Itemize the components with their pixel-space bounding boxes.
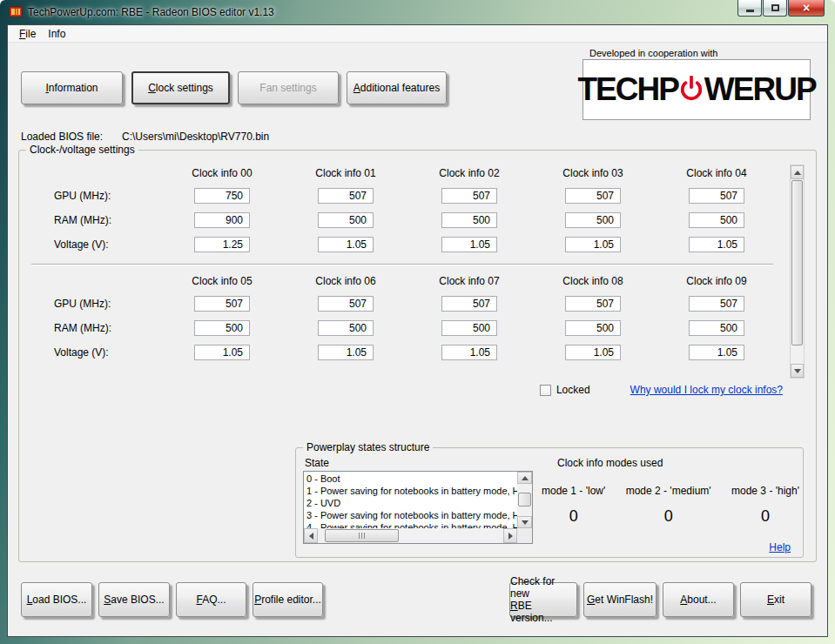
gpu-mhz-input[interactable] [441,296,497,312]
gpu-mhz-input[interactable] [565,296,621,312]
load-bios-button[interactable]: Load BIOS... [21,582,92,617]
clock-info-header-02: Clock info 02 [407,167,531,179]
faq-label: FAQ... [196,594,226,606]
powerplay-state-listbox[interactable]: 0 - Boot 1 - Power saving for notebooks … [303,471,533,544]
ram-mhz-input[interactable] [441,320,497,336]
faq-button[interactable]: FAQ... [176,582,246,617]
gpu-mhz-input[interactable] [194,296,250,312]
locked-checkbox-row: Locked [540,384,590,396]
powerplay-group-title: Powerplay states structure [303,441,433,453]
state-list-item[interactable]: 4 - Power saving for notebooks in batter… [305,521,517,528]
voltage-input[interactable] [194,237,250,252]
app-window: TechPowerUp.com: RBE - Radeon BIOS edito… [0,0,835,644]
tab-additional-features[interactable]: Additional features [347,71,447,104]
voltage-row-label: Voltage (V): [23,238,160,251]
voltage-input[interactable] [441,237,497,252]
ram-mhz-input[interactable] [318,212,374,228]
tab-information[interactable]: Information [21,71,123,104]
state-list-item[interactable]: 2 - UVD [305,497,517,509]
close-button[interactable]: × [788,0,825,17]
help-link[interactable]: Help [769,541,791,553]
scroll-up-button[interactable] [791,165,804,179]
scroll-track[interactable] [318,528,503,543]
scroll-left-button[interactable] [304,528,318,543]
voltage-input[interactable] [194,345,250,360]
maximize-button[interactable] [763,0,787,17]
scroll-right-button[interactable] [503,528,517,543]
voltage-row-label: Voltage (V): [23,346,160,359]
ram-mhz-input[interactable] [441,212,497,228]
gpu-mhz-input[interactable] [565,188,621,204]
gpu-mhz-input[interactable] [441,188,497,204]
exit-label: Exit [767,594,784,606]
voltage-input[interactable] [565,237,621,252]
titlebar[interactable]: TechPowerUp.com: RBE - Radeon BIOS edito… [0,0,835,24]
voltage-input[interactable] [689,345,744,360]
scrollbar-corner [517,528,532,543]
gpu-mhz-input[interactable] [689,296,744,312]
scroll-down-button[interactable] [517,516,532,528]
ram-mhz-input[interactable] [689,212,744,228]
grip-icon [359,533,366,539]
locked-checkbox[interactable] [540,385,551,396]
voltage-input[interactable] [441,345,497,360]
scroll-track[interactable] [791,179,804,364]
state-list-vscrollbar[interactable] [517,472,532,528]
voltage-input[interactable] [318,237,374,252]
ram-mhz-input[interactable] [194,212,250,228]
state-list-item[interactable]: 1 - Power saving for notebooks in batter… [305,485,517,497]
ram-mhz-input[interactable] [565,320,621,336]
clock-info-header-01: Clock info 01 [284,167,407,179]
clock-info-header-03: Clock info 03 [531,167,655,179]
about-label: About... [680,594,716,606]
app-icon[interactable] [9,5,23,19]
ram-mhz-input[interactable] [318,320,374,336]
powerplay-groupbox: Powerplay states structure State 0 - Boo… [295,447,804,558]
ram-mhz-input[interactable] [194,320,250,336]
voltage-input[interactable] [565,345,621,360]
lock-info-link[interactable]: Why would I lock my clock infos? [630,384,783,396]
menu-info[interactable]: Info [42,26,71,42]
clock-info-modes-title: Clock info modes used [557,457,663,469]
clock-info-scrollbar[interactable] [790,164,805,379]
scroll-up-button[interactable] [517,472,532,484]
about-button[interactable]: About... [663,582,734,617]
clock-info-header-06: Clock info 06 [284,275,407,287]
gpu-mhz-input[interactable] [318,296,374,312]
gpu-mhz-input[interactable] [689,188,744,204]
minimize-button[interactable] [737,0,762,17]
locked-label[interactable]: Locked [556,384,590,396]
arrow-up-icon [522,476,529,480]
state-label: State [305,457,329,469]
mode-2-label: mode 2 - 'medium' [626,485,711,497]
scroll-thumb[interactable] [518,493,531,506]
check-version-button[interactable]: Check for new RBE version... [509,582,577,617]
power-icon [679,76,704,104]
save-bios-button[interactable]: Save BIOS... [98,582,170,617]
gpu-mhz-input[interactable] [318,188,374,204]
arrow-right-icon [508,533,513,540]
scroll-thumb[interactable] [325,529,399,542]
loaded-bios-label: Loaded BIOS file: [21,131,103,143]
voltage-input[interactable] [318,345,374,360]
clock-info-header-00: Clock info 00 [160,167,284,179]
state-list-item[interactable]: 3 - Power saving for notebooks in batter… [305,509,517,521]
state-list-hscrollbar[interactable] [304,528,517,543]
menu-file[interactable]: File [13,26,42,42]
scroll-down-button[interactable] [791,364,804,378]
state-list-item[interactable]: 0 - Boot [305,473,517,485]
mode-1-label: mode 1 - 'low' [542,485,605,497]
ram-mhz-input[interactable] [689,320,744,336]
get-winflash-button[interactable]: Get WinFlash! [583,582,657,617]
tab-clock-settings[interactable]: Clock settings [131,71,230,104]
exit-button[interactable]: Exit [740,582,811,617]
voltage-input[interactable] [689,237,744,252]
scroll-track[interactable] [517,484,532,516]
mode-2-value: 0 [626,507,711,526]
profile-editor-button[interactable]: Profile editor... [253,582,323,617]
ram-row-label: RAM (MHz): [23,322,160,334]
ram-mhz-input[interactable] [565,212,621,228]
gpu-mhz-input[interactable] [194,188,250,204]
gpu-row-label: GPU (MHz): [23,190,160,202]
scroll-thumb[interactable] [791,180,803,345]
